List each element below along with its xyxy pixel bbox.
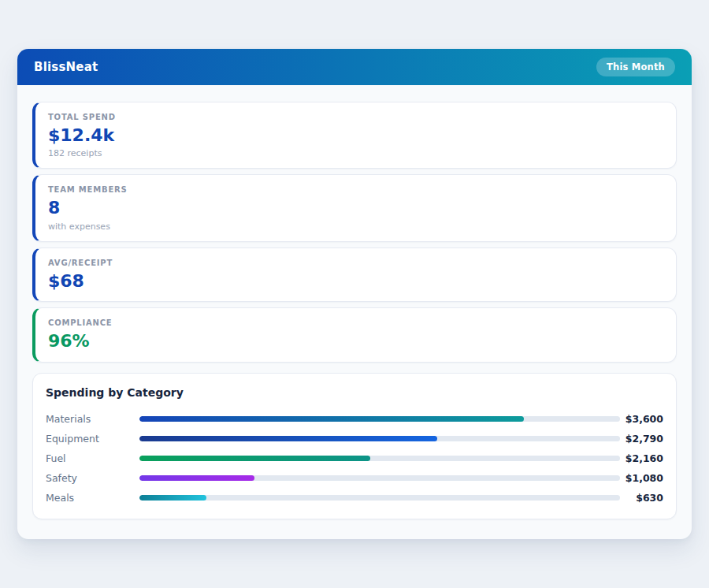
stat-card-total-spend: TOTAL SPEND $12.4k 182 receipts [32, 102, 677, 169]
category-value: $630 [620, 492, 663, 504]
period-filter-badge[interactable]: This Month [596, 58, 675, 76]
category-bar-track [139, 495, 620, 501]
category-bar-fill [139, 436, 437, 441]
stat-subtext: 182 receipts [48, 148, 663, 158]
stat-card-team-members: TEAM MEMBERS 8 with expenses [32, 174, 677, 241]
category-label: Equipment [46, 433, 139, 445]
app-header: BlissNeat This Month [17, 49, 692, 85]
stat-subtext: with expenses [48, 221, 663, 232]
page-background: { "header": { "title": "BlissNeat", "bad… [0, 0, 709, 588]
category-row-fuel: Fuel $2,160 [46, 448, 663, 468]
category-value: $2,790 [620, 433, 663, 445]
category-row-safety: Safety $1,080 [46, 468, 663, 488]
stat-label: COMPLIANCE [48, 318, 663, 327]
stat-value: $12.4k [48, 125, 663, 146]
category-row-materials: Materials $3,600 [46, 409, 663, 429]
category-label: Materials [46, 413, 139, 425]
category-label: Safety [46, 472, 139, 484]
category-card-title: Spending by Category [46, 386, 663, 399]
stat-label: AVG/RECEIPT [48, 259, 663, 267]
category-bar-track [139, 456, 620, 461]
category-bar-track [139, 416, 620, 422]
stat-label: TEAM MEMBERS [48, 185, 663, 194]
stat-card-compliance: COMPLIANCE 96% [32, 307, 677, 362]
category-label: Fuel [46, 452, 139, 464]
app-title: BlissNeat [34, 60, 98, 74]
dashboard-content: TOTAL SPEND $12.4k 182 receipts TEAM MEM… [17, 85, 692, 519]
category-bar-track [139, 436, 620, 441]
stat-value: 8 [48, 198, 663, 218]
category-row-meals: Meals $630 [46, 488, 663, 508]
dashboard-card: BlissNeat This Month TOTAL SPEND $12.4k … [17, 49, 692, 539]
category-bar-fill [139, 456, 370, 461]
stat-card-avg-receipt: AVG/RECEIPT $68 [32, 247, 677, 302]
spending-by-category-card: Spending by Category Materials $3,600 Eq… [32, 373, 677, 519]
category-label: Meals [46, 492, 139, 504]
stat-value: 96% [48, 331, 663, 352]
stat-value: $68 [48, 271, 663, 292]
category-bar-fill [139, 495, 206, 501]
stat-label: TOTAL SPEND [48, 113, 663, 121]
category-bar-fill [139, 416, 524, 422]
category-value: $2,160 [620, 452, 663, 464]
category-value: $1,080 [620, 472, 663, 484]
category-value: $3,600 [620, 413, 663, 425]
category-row-equipment: Equipment $2,790 [46, 429, 663, 448]
category-bar-track [139, 475, 620, 481]
category-bar-fill [139, 475, 254, 481]
